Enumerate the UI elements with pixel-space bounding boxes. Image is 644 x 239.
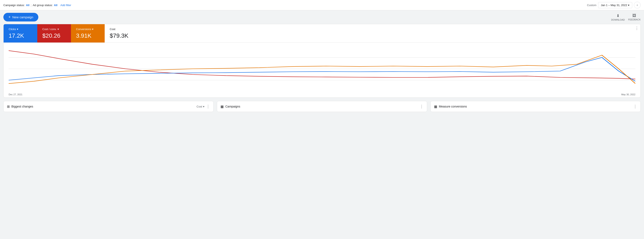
cost-tile[interactable]: Cost $79.3K ⋮ [105,24,640,42]
download-button[interactable]: ⬇ DOWNLOAD [611,13,625,21]
measure-conversions-left: ▦ Measure conversions [434,105,467,109]
biggest-changes-card: ⊞ Biggest changes Cost ▾ ⋮ [3,101,214,112]
date-range-dropdown[interactable]: Jan 1 – May 31, 2022 ▾ [598,2,632,8]
campaigns-label: Campaigns [225,105,240,108]
download-label: DOWNLOAD [611,18,625,21]
campaign-status-value[interactable]: All [26,3,30,7]
toolbar: + New campaign ⬇ DOWNLOAD 🖼 FEEDBACK [0,10,644,24]
measure-conversions-right: ⋮ [633,104,637,109]
ad-group-status-label: Ad group status: [33,3,53,7]
custom-label: Custom [587,3,596,7]
measure-bar-chart-icon: ▦ [434,105,437,109]
date-range-value: Jan 1 – May 31, 2022 [601,3,627,7]
x-label-start: Dec 27, 2021 [9,93,22,96]
chevron-down-icon: ▾ [628,3,630,7]
add-filter-button[interactable]: Add filter [60,3,71,7]
conversions-value: 3.91K [76,32,100,39]
biggest-changes-more-icon[interactable]: ⋮ [206,104,210,109]
clicks-tile[interactable]: Clicks ▾ 17.2K [4,24,37,42]
x-label-end: May 30, 2022 [621,93,635,96]
cost-conv-value: $20.26 [42,32,66,39]
plus-icon: + [8,15,11,19]
more-options-icon[interactable]: ⋮ [635,26,639,30]
yellow-line [9,55,635,83]
cost-chevron-icon: ▾ [203,105,204,108]
cost-conv-label: Cost / conv. [42,27,57,31]
cost-header: Cost [110,27,635,31]
feedback-icon: 🖼 [632,13,636,18]
cost-value: $79.3K [110,32,635,39]
chart-card: Clicks ▾ 17.2K Cost / conv. ▾ $20.26 Con… [3,24,641,98]
clicks-header: Clicks ▾ [9,27,32,31]
feedback-label: FEEDBACK [628,18,641,21]
chart-svg [9,46,635,91]
filter-bar: Campaign status: All ; Ad group status: … [3,3,71,7]
cost-label: Cost [110,27,116,31]
chart-x-labels: Dec 27, 2021 May 30, 2022 [4,93,640,97]
metric-tiles: Clicks ▾ 17.2K Cost / conv. ▾ $20.26 Con… [4,24,640,43]
feedback-button[interactable]: 🖼 FEEDBACK [628,13,641,21]
cost-conv-tile[interactable]: Cost / conv. ▾ $20.26 [37,24,71,42]
bottom-cards: ⊞ Biggest changes Cost ▾ ⋮ ▦ Campaigns ⋮ [3,101,641,112]
biggest-changes-right: Cost ▾ ⋮ [196,104,210,109]
top-bar: Campaign status: All ; Ad group status: … [0,0,644,10]
measure-conversions-card: ▦ Measure conversions ⋮ [430,101,641,112]
clicks-label: Clicks [9,27,16,31]
cost-dropdown-label: Cost [196,105,202,108]
measure-conversions-more-icon[interactable]: ⋮ [633,104,637,109]
blue-line [9,57,635,81]
campaigns-right: ⋮ [420,104,424,109]
biggest-changes-left: ⊞ Biggest changes [7,105,33,109]
table-icon: ⊞ [7,105,10,109]
toolbar-right: ⬇ DOWNLOAD 🖼 FEEDBACK [611,13,641,21]
clicks-value: 17.2K [9,32,32,39]
clicks-chevron: ▾ [17,27,18,31]
new-campaign-button[interactable]: + New campaign [3,13,38,21]
cost-conv-header: Cost / conv. ▾ [42,27,66,31]
biggest-changes-label: Biggest changes [11,105,33,108]
cost-conv-chevron: ▾ [58,27,59,31]
chart-area [4,43,640,93]
ad-group-status-value[interactable]: All [54,3,58,7]
campaigns-card: ▦ Campaigns ⋮ [217,101,427,112]
date-controls: Custom Jan 1 – May 31, 2022 ▾ ‹ [587,2,641,8]
collapse-button[interactable]: ‹ [634,2,641,8]
main-content: Clicks ▾ 17.2K Cost / conv. ▾ $20.26 Con… [0,24,644,115]
conversions-tile[interactable]: Conversions ▾ 3.91K [71,24,105,42]
measure-conversions-label: Measure conversions [439,105,467,108]
cost-dropdown[interactable]: Cost ▾ [196,105,204,108]
collapse-icon: ‹ [637,3,638,7]
bar-chart-icon: ▦ [220,105,224,109]
conversions-chevron: ▾ [92,27,94,31]
conversions-label: Conversions [76,27,91,31]
download-icon: ⬇ [616,13,620,18]
new-campaign-label: New campaign [12,15,33,19]
filter-separator: ; [31,3,32,7]
campaign-status-label: Campaign status: [3,3,25,7]
conversions-header: Conversions ▾ [76,27,100,31]
red-line [9,51,635,79]
campaigns-more-icon[interactable]: ⋮ [420,104,424,109]
campaigns-left: ▦ Campaigns [220,105,240,109]
